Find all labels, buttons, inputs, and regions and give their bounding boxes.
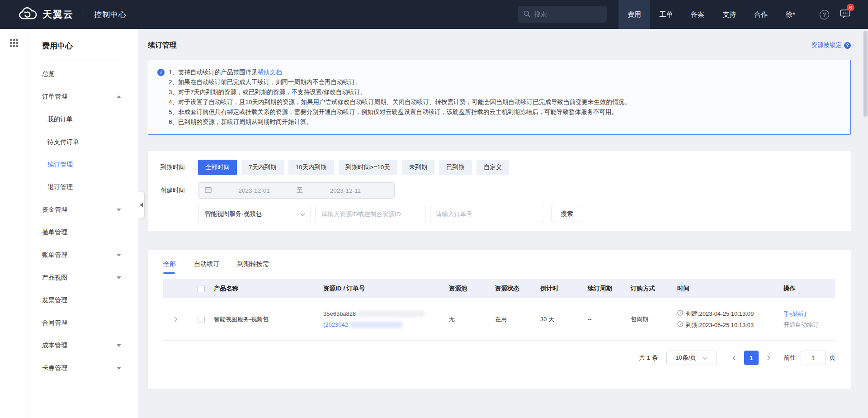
vertical-scrollbar[interactable]	[863, 31, 868, 117]
redacted-resource-id	[357, 311, 425, 317]
nav-item-filing[interactable]: 备案	[682, 0, 713, 29]
manual-renew-link[interactable]: 手动续订	[783, 309, 835, 319]
help-doc-link[interactable]: 帮助文档	[258, 69, 282, 76]
date-to-value[interactable]: 2023-12-11	[303, 187, 388, 194]
sidebar-group-product-view[interactable]: 产品视图	[28, 266, 138, 289]
search-placeholder: 搜索...	[534, 10, 552, 19]
sidebar-item-overview[interactable]: 总览	[28, 63, 138, 86]
resource-id-input[interactable]	[316, 206, 425, 222]
apps-grid-icon[interactable]	[10, 39, 18, 47]
notice-line-6: 6、已到期的资源，新续订周期从到期时间开始计算。	[169, 117, 631, 127]
row-countdown: 30 天	[540, 315, 588, 323]
filter-expire-gte-10d[interactable]: 到期时间>=10天	[339, 160, 397, 175]
filter-expired[interactable]: 已到期	[439, 160, 472, 175]
row-order-id-link[interactable]: (2023042	[323, 321, 348, 328]
table-row: 智能视图服务-视频包 35e63ba828 (2023042 无 在用 30 天…	[163, 298, 835, 341]
header-resource-id: 资源ID / 订单号	[323, 285, 449, 293]
sidebar-collapse-handle[interactable]	[138, 192, 144, 218]
order-number-input[interactable]	[430, 206, 544, 222]
nav-item-cooperation[interactable]: 合作	[745, 0, 777, 29]
nav-item-tickets[interactable]: 工单	[650, 0, 682, 29]
clock-icon	[677, 319, 683, 331]
page-number-1[interactable]: 1	[744, 351, 759, 365]
notice-line-2: 2、如果在自动续订前已完成人工续订，则同一周期内不会再自动续订。	[169, 77, 631, 87]
messages-button[interactable]: 6	[835, 0, 855, 29]
header-time: 时间	[677, 285, 783, 293]
header-resource-pool: 资源池	[449, 285, 495, 293]
sidebar-divider	[42, 61, 119, 61]
total-count: 共 1 条	[639, 354, 658, 362]
console-label[interactable]: 控制中心	[94, 10, 127, 20]
row-product-name: 智能视图服务-视频包	[214, 315, 323, 323]
nav-item-support[interactable]: 支持	[713, 0, 745, 29]
nav-item-fees[interactable]: 费用	[618, 0, 650, 29]
prev-page-button[interactable]	[730, 351, 739, 365]
chevron-down-icon	[300, 211, 305, 218]
tab-all[interactable]: 全部	[163, 260, 176, 274]
notice-line-3: 3、对于7天内到期的资源，或已到期的资源，不支持设置/修改自动续订。	[169, 87, 631, 97]
resource-locked-link[interactable]: 资源被锁定 ?	[811, 41, 851, 49]
filter-not-expired[interactable]: 未到期	[402, 160, 435, 175]
date-from-value[interactable]: 2023-12-01	[212, 187, 297, 194]
goto-page-input[interactable]	[801, 351, 826, 365]
tab-expire-to-on-demand[interactable]: 到期转按需	[237, 260, 269, 274]
row-expire-time: 到期:2023-05-25 10:13:03	[686, 319, 754, 331]
chevron-down-icon	[117, 367, 121, 370]
sidebar-item-my-orders[interactable]: 我的订单	[28, 108, 138, 131]
pagination: 共 1 条 10条/页 1 前往 页	[163, 351, 835, 365]
filter-panel: 到期时间 全部时间 7天内到期 10天内到期 到期时间>=10天 未到期 已到期…	[148, 151, 851, 231]
sidebar: 费用中心 总览 订单管理 我的订单 待支付订单 续订管理 退订管理 资金管理 撤…	[28, 29, 138, 418]
chevron-down-icon	[117, 209, 121, 211]
row-created-time: 创建:2023-04-25 10:13:09	[686, 308, 754, 319]
help-button[interactable]: ?	[814, 0, 835, 29]
expire-time-label: 到期时间	[160, 163, 198, 171]
sidebar-group-cost[interactable]: 成本管理	[28, 334, 138, 357]
tab-auto-renew[interactable]: 自动续订	[194, 260, 219, 274]
cloud-logo-icon	[18, 7, 37, 23]
date-range-picker[interactable]: 2023-12-01 至 2023-12-11	[198, 182, 395, 199]
sidebar-item-pending-orders[interactable]: 待支付订单	[28, 131, 138, 153]
table-tabs: 全部 自动续订 到期转按需	[163, 260, 835, 274]
calendar-icon	[205, 186, 212, 195]
sidebar-title: 费用中心	[28, 29, 138, 51]
table-header-row: 产品名称 资源ID / 订单号 资源池 资源状态 倒计时 续订周期 订购方式 时…	[163, 279, 835, 298]
sidebar-item-invoices[interactable]: 发票管理	[28, 289, 138, 312]
brand[interactable]: 天翼云	[0, 7, 74, 23]
sidebar-group-coupons[interactable]: 卡券管理	[28, 357, 138, 380]
sidebar-item-renewal-management[interactable]: 续订管理	[28, 153, 138, 176]
row-expand-button[interactable]	[163, 317, 189, 322]
create-time-label: 创建时间	[160, 186, 198, 195]
product-select-value: 智能视图服务-视频包	[205, 210, 262, 218]
message-badge: 6	[847, 4, 854, 11]
select-all-checkbox[interactable]	[198, 285, 205, 292]
enable-auto-renew-link[interactable]: 开通自动续订	[783, 319, 835, 330]
row-checkbox[interactable]	[198, 316, 205, 323]
sidebar-item-unsubscribe-management[interactable]: 退订管理	[28, 176, 138, 199]
filter-expire-7d[interactable]: 7天内到期	[241, 160, 284, 175]
question-icon: ?	[844, 42, 851, 49]
filter-custom[interactable]: 自定义	[476, 160, 509, 175]
page-size-select[interactable]: 10条/页	[666, 351, 717, 365]
brand-name: 天翼云	[42, 8, 74, 21]
sidebar-item-cancel-orders[interactable]: 撤单管理	[28, 221, 138, 244]
sidebar-group-order-management[interactable]: 订单管理	[28, 86, 138, 108]
filter-expire-10d[interactable]: 10天内到期	[288, 160, 334, 175]
header-countdown: 倒计时	[540, 285, 588, 293]
product-select[interactable]: 智能视图服务-视频包	[198, 206, 311, 222]
topbar: 天翼云 控制中心 搜索... 费用 工单 备案 支持 合作 徐* ? 6	[0, 0, 868, 29]
sidebar-item-contracts[interactable]: 合同管理	[28, 312, 138, 334]
header-product-name: 产品名称	[214, 285, 323, 293]
sidebar-group-funds[interactable]: 资金管理	[28, 199, 138, 221]
sidebar-menu: 总览 订单管理 我的订单 待支付订单 续订管理 退订管理 资金管理 撤单管理 账…	[28, 63, 138, 380]
chevron-up-icon	[117, 95, 121, 98]
sidebar-group-bills[interactable]: 账单管理	[28, 244, 138, 266]
topbar-search-input[interactable]: 搜索...	[518, 6, 607, 23]
row-resource-id: 35e63ba828	[323, 310, 356, 317]
search-button[interactable]: 搜索	[552, 206, 582, 222]
header-order-type: 订购方式	[631, 285, 677, 293]
chevron-down-icon	[117, 254, 121, 256]
user-menu[interactable]: 徐*	[777, 10, 804, 19]
collapse-left-icon	[140, 203, 143, 207]
filter-all-time[interactable]: 全部时间	[198, 160, 237, 175]
next-page-button[interactable]	[764, 351, 773, 365]
